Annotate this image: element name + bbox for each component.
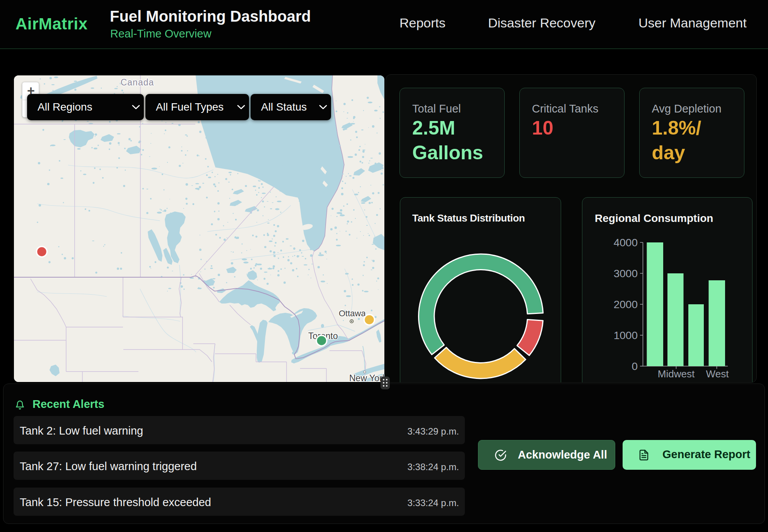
svg-text:4000: 4000 — [614, 237, 638, 249]
svg-text:Midwest: Midwest — [658, 368, 695, 380]
svg-text:3000: 3000 — [614, 268, 638, 280]
svg-text:New York: New York — [349, 373, 384, 382]
svg-text:0: 0 — [631, 360, 638, 372]
svg-text:Canada: Canada — [121, 77, 154, 87]
svg-text:Ottawa: Ottawa — [339, 309, 366, 318]
svg-text:West: West — [706, 368, 729, 380]
svg-text:1000: 1000 — [614, 329, 638, 341]
svg-text:2000: 2000 — [614, 298, 638, 310]
